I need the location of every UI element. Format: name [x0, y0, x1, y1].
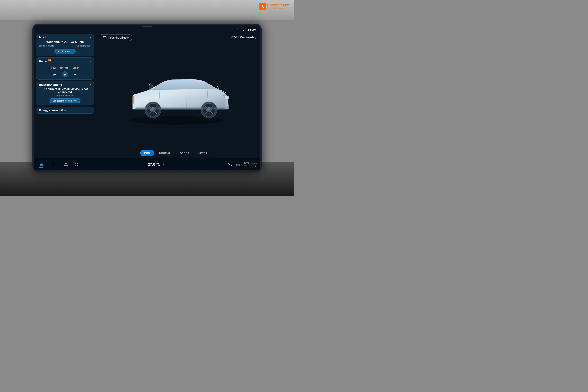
radio-play-button[interactable]: ▶ [62, 71, 68, 78]
bottom-nav: 1 [37, 162, 81, 167]
freq-value: 94.70 [60, 66, 68, 70]
bottom-bar: 1 ‹ 27.0 ℃ › [34, 158, 260, 170]
radio-controls: ⏮ ▶ ⏭ [39, 71, 91, 78]
nav-car[interactable] [62, 162, 70, 167]
music-title: Music [39, 36, 47, 39]
bt-title: Bluetooth phone [39, 83, 62, 86]
svg-point-36 [64, 165, 65, 166]
radio-card: Radio FM ∨ FM 94.70 MHz ⏮ ▶ ⏭ [36, 58, 94, 80]
radio-next-button[interactable]: ⏭ [73, 72, 77, 76]
logo-text: LIBERTY CARZ Driving Dreams [267, 4, 289, 9]
svg-rect-4 [103, 36, 106, 38]
mode-ipedal-button[interactable]: I-PEDAL [194, 150, 213, 156]
brand-name: LIBERTY CARZ [267, 4, 289, 7]
mode-eco-button[interactable]: ECO [140, 150, 154, 156]
fan-count: 1 [79, 163, 81, 166]
auto-hold-button[interactable]: AUTOHOLD [244, 162, 249, 167]
drive-modes: ECO NORMAL SPORT I-PEDAL [95, 150, 258, 156]
temp-increase-button[interactable]: › [163, 163, 164, 166]
status-time: 11:42 [247, 28, 256, 32]
music-subtitle-left: tening to music [39, 44, 54, 47]
car-illustration-container [119, 63, 234, 127]
power-off-button[interactable]: OFF [252, 162, 257, 167]
defrost-button[interactable] [236, 163, 240, 166]
main-screen: 11:42 07-10 Wednesday Music ∨ Welcome to… [32, 24, 262, 172]
bt-click-text: Click to connect [39, 94, 91, 97]
bt-chevron[interactable]: ∨ [89, 84, 91, 86]
temp-decrease-button[interactable]: ‹ [144, 163, 145, 166]
svg-rect-31 [41, 165, 42, 166]
tailgate-button[interactable]: Open the tailgate [99, 34, 132, 41]
svg-point-38 [76, 164, 77, 165]
bt-card-header: Bluetooth phone ∨ [39, 83, 91, 86]
temperature-controls: ‹ 27.0 ℃ › [81, 162, 228, 167]
freq-unit: MHz [72, 66, 79, 70]
car-illustration [119, 63, 234, 127]
svg-point-30 [216, 86, 219, 89]
tailgate-label: Open the tailgate [108, 36, 129, 39]
svg-point-39 [229, 164, 230, 165]
svg-rect-34 [52, 165, 53, 166]
left-panel: Music ∨ Welcome to ADiGO Music tening to… [36, 33, 94, 158]
svg-rect-35 [54, 165, 55, 166]
bt-status-text: The current Bluetooth device is not conn… [39, 88, 91, 94]
audio-source-button[interactable]: Audio source [54, 49, 75, 54]
top-bar [34, 26, 260, 27]
music-subtitle-right: Select the audi [76, 44, 91, 47]
nav-home[interactable] [37, 162, 45, 167]
logo-icon: R [259, 3, 266, 10]
bluetooth-icon [243, 28, 245, 32]
radio-prev-button[interactable]: ⏮ [53, 72, 56, 76]
music-subtitle: tening to music Select the audi [39, 44, 91, 47]
radio-title: Radio FM [39, 60, 51, 63]
brand-tagline: Driving Dreams [267, 7, 289, 9]
music-welcome: Welcome to ADiGO Music [39, 40, 91, 44]
energy-title: Energy consumption [39, 109, 66, 112]
energy-card: Energy consumption [36, 107, 94, 114]
radio-card-header: Radio FM ∨ [39, 60, 91, 63]
wireless-icon [237, 28, 240, 32]
bluetooth-card: Bluetooth phone ∨ The current Bluetooth … [36, 81, 94, 106]
radio-frequency: FM 94.70 MHz [39, 64, 91, 70]
mode-normal-button[interactable]: NORMAL [155, 150, 175, 156]
svg-rect-33 [54, 163, 55, 164]
car-image-area [95, 40, 258, 150]
svg-rect-32 [52, 163, 53, 164]
radio-badge: FM [48, 60, 51, 62]
status-bar: 11:42 [34, 27, 260, 33]
temperature-value: 27.0 ℃ [148, 162, 160, 167]
center-area: Open the tailgate [95, 33, 258, 158]
recirculate-button[interactable] [228, 163, 232, 166]
nav-apps[interactable] [49, 162, 57, 167]
tailgate-icon [102, 36, 107, 40]
nav-fan[interactable]: 1 [74, 162, 81, 166]
radio-chevron[interactable]: ∨ [89, 60, 91, 63]
mode-sport-button[interactable]: SPORT [176, 150, 193, 156]
music-card: Music ∨ Welcome to ADiGO Music tening to… [36, 34, 94, 56]
liberty-logo: R LIBERTY CARZ Driving Dreams [259, 3, 289, 10]
music-chevron[interactable]: ∨ [89, 36, 91, 39]
right-controls: AUTOHOLD OFF [228, 162, 257, 167]
bt-connect-button[interactable]: Connect Bluetooth device [49, 98, 80, 103]
freq-prefix: FM [51, 66, 56, 70]
svg-text:R: R [261, 5, 264, 8]
svg-point-37 [67, 165, 68, 166]
main-content: Music ∨ Welcome to ADiGO Music tening to… [34, 33, 260, 158]
music-card-header: Music ∨ [39, 36, 91, 39]
